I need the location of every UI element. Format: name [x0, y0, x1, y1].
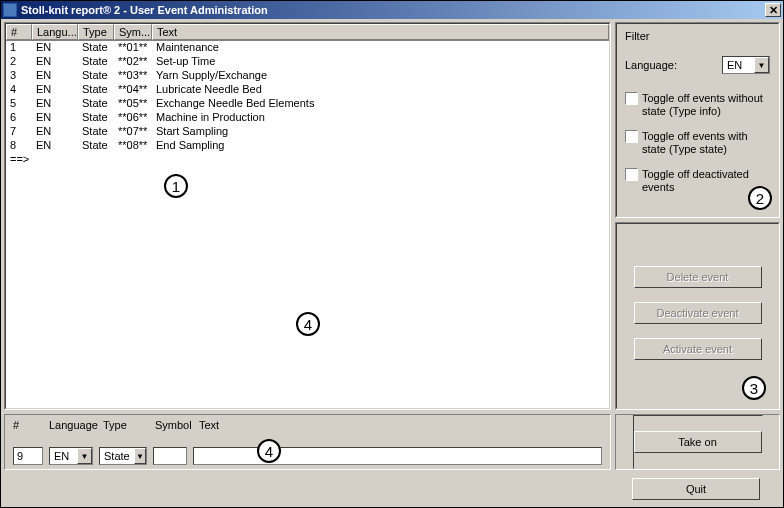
cell-text: End Sampling: [152, 139, 609, 153]
event-table-panel: # Langu... Type Sym... Text 1ENState**01…: [4, 22, 611, 410]
form-num-input[interactable]: 9: [13, 447, 43, 465]
cell-lang: EN: [32, 55, 78, 69]
col-header-lang[interactable]: Langu...: [32, 24, 78, 40]
cell-sym: **06**: [114, 111, 152, 125]
cell-sym: **01**: [114, 41, 152, 55]
cursor-row: ==>: [6, 153, 609, 165]
cell-text: Maintenance: [152, 41, 609, 55]
cell-num: 3: [6, 69, 32, 83]
cell-lang: EN: [32, 139, 78, 153]
cell-num: 2: [6, 55, 32, 69]
table-row[interactable]: 1ENState**01**Maintenance: [6, 41, 609, 55]
cell-sym: **03**: [114, 69, 152, 83]
filter-title: Filter: [625, 30, 770, 42]
bottom-bar: Quit: [4, 474, 780, 504]
form-type-select[interactable]: State ▼: [99, 447, 147, 465]
cell-sym: **08**: [114, 139, 152, 153]
delete-event-button[interactable]: Delete event: [634, 266, 762, 288]
toggle-without-state-checkbox[interactable]: [625, 92, 638, 105]
app-icon: [3, 3, 17, 17]
cell-type: State: [78, 69, 114, 83]
cell-type: State: [78, 111, 114, 125]
takeon-panel: Take on: [615, 414, 780, 470]
annotation-1: 1: [164, 174, 188, 198]
chevron-down-icon: ▼: [77, 448, 92, 464]
cell-type: State: [78, 125, 114, 139]
form-label-text: Text: [199, 419, 602, 431]
cell-num: 1: [6, 41, 32, 55]
cell-type: State: [78, 139, 114, 153]
cell-lang: EN: [32, 41, 78, 55]
annotation-4a: 4: [296, 312, 320, 336]
cell-text: Machine in Production: [152, 111, 609, 125]
cell-num: 5: [6, 97, 32, 111]
col-header-num[interactable]: #: [6, 24, 32, 40]
language-select-value: EN: [723, 59, 754, 71]
table-row[interactable]: 7ENState**07**Start Sampling: [6, 125, 609, 139]
table-row[interactable]: 3ENState**03**Yarn Supply/Exchange: [6, 69, 609, 83]
col-header-sym[interactable]: Sym...: [114, 24, 152, 40]
table-row[interactable]: 4ENState**04**Lubricate Needle Bed: [6, 83, 609, 97]
entry-form-panel: # Language Type Symbol Text 9 EN ▼ State…: [4, 414, 611, 470]
language-label: Language:: [625, 59, 677, 71]
cell-text: Lubricate Needle Bed: [152, 83, 609, 97]
table-row[interactable]: 6ENState**06**Machine in Production: [6, 111, 609, 125]
cell-text: Exchange Needle Bed Elements: [152, 97, 609, 111]
filter-panel: Filter Language: EN ▼ Toggle off events …: [615, 22, 780, 218]
toggle-deactivated-label: Toggle off deactivated events: [642, 168, 770, 194]
app-window: Stoll-knit report® 2 - User Event Admini…: [0, 0, 784, 508]
cell-num: 8: [6, 139, 32, 153]
cell-lang: EN: [32, 125, 78, 139]
table-row[interactable]: 5ENState**05**Exchange Needle Bed Elemen…: [6, 97, 609, 111]
cell-type: State: [78, 97, 114, 111]
table-row[interactable]: 2ENState**02**Set-up Time: [6, 55, 609, 69]
cell-text: Yarn Supply/Exchange: [152, 69, 609, 83]
cell-num: 6: [6, 111, 32, 125]
cell-type: State: [78, 83, 114, 97]
cell-sym: **04**: [114, 83, 152, 97]
titlebar: Stoll-knit report® 2 - User Event Admini…: [1, 1, 783, 19]
cell-type: State: [78, 55, 114, 69]
cell-lang: EN: [32, 111, 78, 125]
form-label-sym: Symbol: [155, 419, 199, 431]
form-label-lang: Language: [49, 419, 103, 431]
table-header: # Langu... Type Sym... Text: [6, 24, 609, 41]
cell-sym: **05**: [114, 97, 152, 111]
cell-text: Set-up Time: [152, 55, 609, 69]
form-symbol-input[interactable]: [153, 447, 187, 465]
cell-lang: EN: [32, 69, 78, 83]
cell-sym: **02**: [114, 55, 152, 69]
toggle-with-state-checkbox[interactable]: [625, 130, 638, 143]
toggle-deactivated-checkbox[interactable]: [625, 168, 638, 181]
language-select[interactable]: EN ▼: [722, 56, 770, 74]
activate-event-button[interactable]: Activate event: [634, 338, 762, 360]
close-icon: ✕: [769, 4, 778, 17]
cell-num: 7: [6, 125, 32, 139]
window-title: Stoll-knit report® 2 - User Event Admini…: [21, 4, 765, 16]
cell-num: 4: [6, 83, 32, 97]
annotation-3: 3: [742, 376, 766, 400]
chevron-down-icon: ▼: [134, 448, 146, 464]
col-header-type[interactable]: Type: [78, 24, 114, 40]
toggle-without-state-label: Toggle off events without state (Type in…: [642, 92, 770, 118]
cell-lang: EN: [32, 83, 78, 97]
cell-lang: EN: [32, 97, 78, 111]
cell-sym: **07**: [114, 125, 152, 139]
form-text-input[interactable]: [193, 447, 602, 465]
action-buttons-panel: Delete event Deactivate event Activate e…: [615, 222, 780, 410]
event-table[interactable]: # Langu... Type Sym... Text 1ENState**01…: [6, 24, 609, 408]
quit-button[interactable]: Quit: [632, 478, 760, 500]
cell-text: Start Sampling: [152, 125, 609, 139]
cell-type: State: [78, 41, 114, 55]
take-on-button[interactable]: Take on: [634, 431, 762, 453]
form-label-num: #: [13, 419, 49, 431]
deactivate-event-button[interactable]: Deactivate event: [634, 302, 762, 324]
chevron-down-icon: ▼: [754, 57, 769, 73]
form-label-type: Type: [103, 419, 155, 431]
close-button[interactable]: ✕: [765, 3, 781, 17]
form-lang-select[interactable]: EN ▼: [49, 447, 93, 465]
table-row[interactable]: 8ENState**08**End Sampling: [6, 139, 609, 153]
toggle-with-state-label: Toggle off events with state (Type state…: [642, 130, 770, 156]
col-header-text[interactable]: Text: [152, 24, 609, 40]
